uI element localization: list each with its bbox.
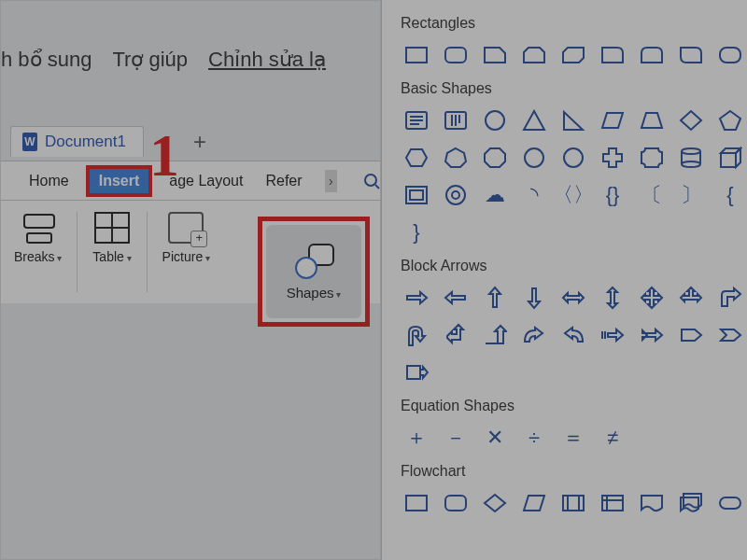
shape-arrow-quad[interactable] bbox=[636, 282, 668, 314]
grid-basic-shapes: ☁◝〈〉{}〔〕{} bbox=[401, 105, 738, 248]
shape-parallelogram[interactable] bbox=[597, 105, 628, 136]
shape-snip-single-corner[interactable] bbox=[479, 39, 511, 71]
shape-bevel[interactable] bbox=[401, 179, 432, 211]
shape-plus[interactable]: ＋ bbox=[401, 422, 432, 454]
document-tab[interactable]: W Document1 bbox=[10, 126, 144, 157]
shape-multiply[interactable]: ✕ bbox=[479, 422, 511, 454]
shape-decagon[interactable] bbox=[518, 142, 550, 174]
shape-equal[interactable]: ＝ bbox=[557, 422, 589, 454]
table-button[interactable]: Table bbox=[85, 208, 138, 268]
shape-pentagon[interactable] bbox=[714, 105, 746, 136]
shape-single-brace-r[interactable]: } bbox=[401, 217, 432, 248]
svg-marker-46 bbox=[524, 496, 544, 511]
svg-marker-41 bbox=[721, 329, 740, 341]
breaks-label: Breaks bbox=[14, 249, 62, 264]
shape-decision[interactable] bbox=[479, 487, 511, 519]
shape-arrow-up-down[interactable] bbox=[597, 282, 628, 314]
picture-button[interactable]: Picture bbox=[155, 208, 218, 268]
menu-help[interactable]: Trợ giúp bbox=[112, 48, 188, 72]
ribbon-tab-home[interactable]: Home bbox=[23, 169, 75, 193]
shape-cube[interactable] bbox=[714, 142, 746, 174]
menu-bar: h bổ sung Trợ giúp Chỉnh sửa lạ bbox=[1, 1, 380, 89]
shape-arrow-u-turn[interactable] bbox=[401, 319, 432, 351]
shape-predefined[interactable] bbox=[557, 487, 589, 519]
menu-addins[interactable]: h bổ sung bbox=[1, 48, 92, 72]
picture-label: Picture bbox=[162, 249, 210, 264]
shape-arrow-left-up[interactable] bbox=[440, 319, 472, 351]
svg-line-1 bbox=[375, 185, 379, 189]
shape-arrow-chevron[interactable] bbox=[714, 319, 746, 351]
shape-arrow-curved-left[interactable] bbox=[557, 319, 589, 351]
shape-single-bracket-l[interactable]: 〔 bbox=[636, 179, 668, 211]
annotation-number-1: 1 bbox=[149, 121, 179, 190]
shape-oval[interactable] bbox=[479, 105, 511, 136]
shape-arrow-up[interactable] bbox=[479, 282, 511, 314]
shape-diamond[interactable] bbox=[675, 105, 707, 136]
shape-double-brace[interactable]: {} bbox=[597, 179, 628, 211]
new-tab-button[interactable]: + bbox=[181, 122, 218, 161]
shape-round-top-corners[interactable] bbox=[636, 39, 668, 71]
shape-snip-diagonal-corners[interactable] bbox=[557, 39, 589, 71]
shape-arrow-triple[interactable] bbox=[675, 282, 707, 314]
shape-plaque[interactable] bbox=[636, 142, 668, 174]
shape-single-bracket-r[interactable]: 〕 bbox=[675, 179, 707, 211]
shapes-icon bbox=[293, 244, 334, 279]
shape-cross[interactable] bbox=[597, 142, 628, 174]
shape-single-brace-l[interactable]: { bbox=[714, 179, 746, 211]
shape-text-box[interactable] bbox=[401, 105, 432, 136]
shape-hexagon[interactable] bbox=[401, 142, 432, 174]
shape-alt-process[interactable] bbox=[440, 487, 472, 519]
shape-trapezoid[interactable] bbox=[636, 105, 668, 136]
shape-not-equal[interactable]: ≠ bbox=[597, 422, 628, 454]
shape-dodecagon[interactable] bbox=[557, 142, 589, 174]
svg-marker-33 bbox=[736, 148, 740, 167]
shape-rounded-rectangle[interactable] bbox=[440, 39, 472, 71]
shape-data[interactable] bbox=[518, 487, 550, 519]
shape-minus[interactable]: － bbox=[440, 422, 472, 454]
shape-document[interactable] bbox=[636, 487, 668, 519]
shape-divide[interactable]: ÷ bbox=[518, 422, 550, 454]
shape-arrow-left-right[interactable] bbox=[557, 282, 589, 314]
ribbon-tab-insert[interactable]: Insert bbox=[90, 169, 149, 193]
shape-triangle[interactable] bbox=[518, 105, 550, 136]
shape-multi-document[interactable] bbox=[675, 487, 707, 519]
shape-heptagon[interactable] bbox=[440, 142, 472, 174]
shape-double-bracket[interactable]: 〈〉 bbox=[557, 179, 589, 211]
shape-snip-top-corners[interactable] bbox=[518, 39, 550, 71]
ribbon-tab-references[interactable]: Refer bbox=[260, 169, 307, 193]
shape-terminator[interactable] bbox=[714, 487, 746, 519]
ribbon-more-button[interactable]: › bbox=[325, 170, 337, 192]
shapes-button[interactable]: Shapes bbox=[266, 225, 361, 318]
shape-process[interactable] bbox=[401, 487, 432, 519]
shape-arrow-pentagon[interactable] bbox=[675, 319, 707, 351]
menu-edit[interactable]: Chỉnh sửa lạ bbox=[208, 48, 326, 72]
shape-internal-storage[interactable] bbox=[597, 487, 628, 519]
shape-round-single-corner[interactable] bbox=[597, 39, 628, 71]
shape-text-box-vert[interactable] bbox=[440, 105, 472, 136]
svg-marker-23 bbox=[406, 149, 427, 166]
annotation-box-1: Insert bbox=[86, 165, 153, 197]
shape-arrow-left[interactable] bbox=[440, 282, 472, 314]
shape-round-diagonal[interactable] bbox=[675, 39, 707, 71]
shape-arrow-callout[interactable] bbox=[401, 357, 432, 388]
shape-arrow-down[interactable] bbox=[518, 282, 550, 314]
shape-arrow-right[interactable] bbox=[401, 282, 432, 314]
svg-rect-42 bbox=[407, 366, 420, 379]
shape-donut[interactable] bbox=[440, 179, 472, 211]
shape-octagon[interactable] bbox=[479, 142, 511, 174]
shape-rectangle[interactable] bbox=[401, 39, 432, 71]
svg-marker-24 bbox=[445, 148, 466, 167]
shape-round-all[interactable] bbox=[714, 39, 746, 71]
shape-arrow-curved-right[interactable] bbox=[518, 319, 550, 351]
shape-cloud[interactable]: ☁ bbox=[479, 179, 511, 211]
shape-arrow-striped[interactable] bbox=[597, 319, 628, 351]
breaks-button[interactable]: Breaks bbox=[7, 208, 69, 268]
shape-arrow-bent-right[interactable] bbox=[714, 282, 746, 314]
search-icon[interactable] bbox=[363, 173, 380, 189]
shape-cylinder[interactable] bbox=[675, 142, 707, 174]
shape-arrow-notched[interactable] bbox=[636, 319, 668, 351]
shape-arrow-bent-up[interactable] bbox=[479, 319, 511, 351]
shape-right-triangle[interactable] bbox=[557, 105, 589, 136]
shape-arc[interactable]: ◝ bbox=[518, 179, 550, 211]
document-title: Document1 bbox=[45, 133, 126, 151]
